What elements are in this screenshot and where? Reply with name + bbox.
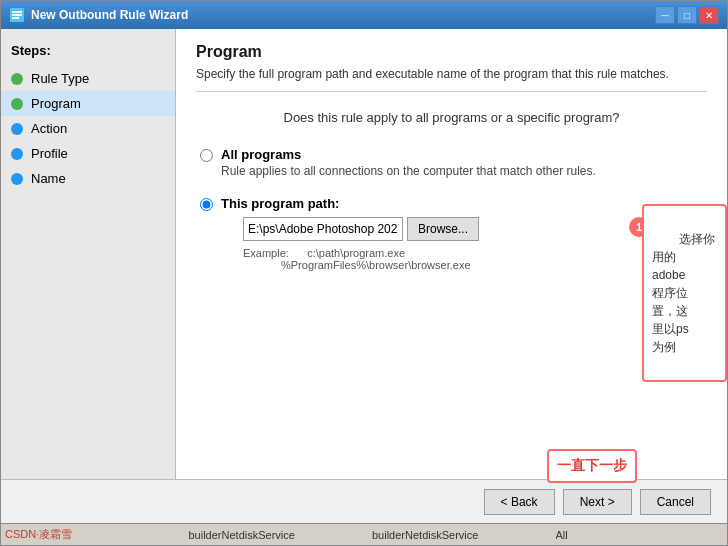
all-programs-option[interactable]: All programs Rule applies to all connect… <box>196 143 707 182</box>
sidebar-item-name[interactable]: Name <box>1 166 175 191</box>
wizard-window: New Outbound Rule Wizard ─ □ ✕ Steps: Ru… <box>0 0 728 546</box>
cancel-button[interactable]: Cancel <box>640 489 711 515</box>
all-programs-text: All programs Rule applies to all connect… <box>221 147 596 178</box>
annotation-1-text: 选择你 用的 adobe 程序位 置，这 里以ps 为例 <box>652 232 715 354</box>
back-button[interactable]: < Back <box>484 489 555 515</box>
example-spacer <box>292 247 304 259</box>
example-line2: %ProgramFiles%\browser\browser.exe <box>281 259 479 271</box>
svg-rect-3 <box>12 17 19 19</box>
svg-rect-2 <box>12 14 22 16</box>
this-program-text: This program path: Browse... Example: c:… <box>221 196 479 271</box>
sidebar-label-name: Name <box>31 171 66 186</box>
step-dot-name <box>11 173 23 185</box>
path-row: Browse... <box>243 217 479 241</box>
question-text: Does this rule apply to all programs or … <box>196 110 707 125</box>
example-line1: c:\path\program.exe <box>307 247 405 259</box>
all-programs-label: All programs <box>221 147 596 162</box>
this-program-option[interactable]: This program path: Browse... Example: c:… <box>196 192 707 275</box>
sidebar-title: Steps: <box>1 39 175 66</box>
bottom-bar: CSDN·凌霜雪 builderNetdiskService builderNe… <box>1 523 727 545</box>
sidebar-item-action[interactable]: Action <box>1 116 175 141</box>
window-controls: ─ □ ✕ <box>655 6 719 24</box>
footer: < Back Next > Cancel 一直下一步 <box>1 479 727 523</box>
sidebar-item-rule-type[interactable]: Rule Type <box>1 66 175 91</box>
sidebar-item-profile[interactable]: Profile <box>1 141 175 166</box>
annotation-2-text: 一直下一步 <box>557 457 627 473</box>
next-button[interactable]: Next > <box>563 489 632 515</box>
all-programs-radio[interactable] <box>200 149 213 162</box>
example-label: Example: <box>243 247 289 259</box>
page-description: Specify the full program path and execut… <box>196 67 707 92</box>
step-dot-program <box>11 98 23 110</box>
sidebar-label-rule-type: Rule Type <box>31 71 89 86</box>
close-button[interactable]: ✕ <box>699 6 719 24</box>
main-panel: Program Specify the full program path an… <box>176 29 727 479</box>
program-path-input[interactable] <box>243 217 403 241</box>
sidebar: Steps: Rule Type Program Action Profile … <box>1 29 176 479</box>
sidebar-label-action: Action <box>31 121 67 136</box>
step-dot-action <box>11 123 23 135</box>
sidebar-label-profile: Profile <box>31 146 68 161</box>
annotation-1-box: 选择你 用的 adobe 程序位 置，这 里以ps 为例 <box>642 204 727 382</box>
svg-rect-1 <box>12 11 22 13</box>
content-area: Steps: Rule Type Program Action Profile … <box>1 29 727 479</box>
minimize-button[interactable]: ─ <box>655 6 675 24</box>
step-dot-rule-type <box>11 73 23 85</box>
this-program-radio[interactable] <box>200 198 213 211</box>
sidebar-item-program[interactable]: Program <box>1 91 175 116</box>
step-dot-profile <box>11 148 23 160</box>
example-section: Example: c:\path\program.exe <box>243 247 479 259</box>
window-title: New Outbound Rule Wizard <box>31 8 649 22</box>
bottom-bar-item-2: builderNetdiskService <box>189 529 357 541</box>
annotation-2-box: 一直下一步 <box>547 449 637 483</box>
maximize-button[interactable]: □ <box>677 6 697 24</box>
bottom-bar-item-3: builderNetdiskService <box>372 529 540 541</box>
window-icon <box>9 7 25 23</box>
browse-button[interactable]: Browse... <box>407 217 479 241</box>
this-program-label: This program path: <box>221 196 479 211</box>
all-programs-desc: Rule applies to all connections on the c… <box>221 164 596 178</box>
title-bar: New Outbound Rule Wizard ─ □ ✕ <box>1 1 727 29</box>
bottom-bar-item-4: All <box>556 529 724 541</box>
bottom-bar-item-1: CSDN·凌霜雪 <box>5 527 173 542</box>
page-title: Program <box>196 43 707 61</box>
sidebar-label-program: Program <box>31 96 81 111</box>
